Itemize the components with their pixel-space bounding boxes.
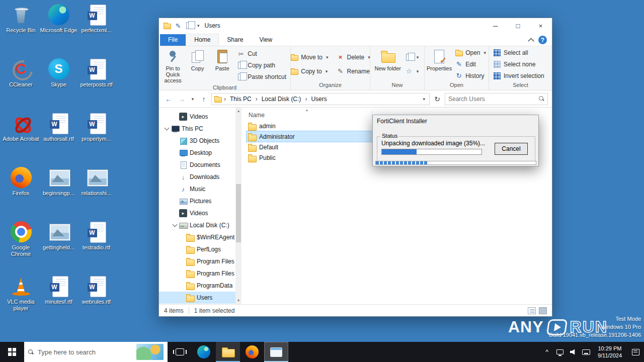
file-row-public[interactable]: Public xyxy=(247,152,372,163)
nav-item-videos[interactable]: Videos xyxy=(159,207,235,219)
new-folder-qat-icon[interactable] xyxy=(185,22,193,30)
taskbar-firefox-button[interactable] xyxy=(240,342,264,362)
collapse-ribbon-icon[interactable] xyxy=(528,38,534,44)
copy-button[interactable]: Copy xyxy=(186,47,209,83)
volume-tray-button[interactable] xyxy=(567,342,580,362)
nav-scrollbar[interactable]: ▴ ▾ xyxy=(235,108,242,304)
touch-keyboard-button[interactable] xyxy=(580,342,593,362)
taskbar-clock[interactable]: 10:29 PM 9/11/2024 xyxy=(593,342,627,362)
tab-share[interactable]: Share xyxy=(219,34,251,46)
new-item-button[interactable]: ▾ xyxy=(403,52,421,62)
select-none-button[interactable]: Select none xyxy=(491,59,546,69)
paste-shortcut-button[interactable]: Paste shortcut xyxy=(235,72,288,82)
rename-button[interactable]: ✎ Rename xyxy=(335,66,372,76)
expander-icon[interactable] xyxy=(165,126,170,131)
hidden-icons-chevron[interactable]: ^ xyxy=(540,342,553,362)
desktop-icon-skype[interactable]: Skype xyxy=(40,57,77,112)
desktop-icon-propertym[interactable]: propertym... xyxy=(77,112,115,166)
desktop-icon-authorsall-rtf[interactable]: authorsall.rtf xyxy=(40,112,77,166)
nav-item-videos[interactable]: Videos xyxy=(159,111,235,123)
recent-locations-icon[interactable]: ▾ xyxy=(189,94,196,105)
action-center-button[interactable] xyxy=(627,342,644,362)
refresh-button[interactable]: ↻ xyxy=(432,94,443,105)
file-row-default[interactable]: Default xyxy=(247,142,372,152)
cut-button[interactable]: ✂ Cut xyxy=(235,49,288,59)
search-highlight-graphic[interactable] xyxy=(136,344,164,360)
tab-home[interactable]: Home xyxy=(186,34,219,46)
file-row-administrator[interactable]: Administrator xyxy=(247,131,372,142)
desktop-icon-peterposts-rtf[interactable]: peterposts.rtf xyxy=(77,57,115,112)
nav-item-desktop[interactable]: Desktop xyxy=(159,147,235,159)
edit-button[interactable]: ✎ Edit xyxy=(453,59,488,69)
taskbar-installer-button[interactable] xyxy=(264,342,288,362)
start-button[interactable] xyxy=(0,342,24,362)
nav-item-local-disk-c[interactable]: Local Disk (C:) xyxy=(159,219,235,231)
history-button[interactable]: ↻ History xyxy=(453,71,488,81)
thumbnails-view-button[interactable] xyxy=(539,307,547,314)
tab-file[interactable]: File xyxy=(160,34,186,46)
maximize-button[interactable]: □ xyxy=(507,18,529,33)
desktop-icon-recycle-bin[interactable]: Recycle Bin xyxy=(2,3,40,57)
nav-item-pictures[interactable]: Pictures xyxy=(159,195,235,207)
desktop-icon-webrules-rtf[interactable]: webrules.rtf xyxy=(77,275,115,329)
desktop-icon-microsoft-edge[interactable]: Microsoft Edge xyxy=(40,3,77,57)
properties-button[interactable]: Properties xyxy=(427,47,452,81)
taskbar-edge-button[interactable] xyxy=(192,342,216,362)
desktop-icon-adobe-acrobat[interactable]: Adobe Acrobat xyxy=(2,112,40,166)
taskbar-explorer-button[interactable] xyxy=(216,342,240,362)
nav-item-music[interactable]: Music xyxy=(159,183,235,195)
search-input[interactable] xyxy=(448,96,539,103)
scrollbar-thumb[interactable] xyxy=(236,184,241,242)
nav-item-3d-objects[interactable]: 3D Objects xyxy=(159,135,235,147)
new-folder-button[interactable]: New folder xyxy=(374,47,402,81)
up-button[interactable]: ↑ xyxy=(198,94,209,105)
network-tray-button[interactable] xyxy=(553,342,567,362)
copy-path-button[interactable]: Copy path xyxy=(235,60,288,70)
invert-selection-button[interactable]: Invert selection xyxy=(491,71,546,81)
search-box[interactable] xyxy=(445,93,548,105)
desktop-icon-google-chrome[interactable]: Google Chrome xyxy=(2,220,40,275)
nav-item-perflogs[interactable]: PerfLogs xyxy=(159,243,235,255)
nav-item-users[interactable]: Users xyxy=(159,292,235,304)
nav-item-programdata[interactable]: ProgramData xyxy=(159,280,235,292)
delete-button[interactable]: × Delete ▾ xyxy=(335,52,372,62)
nav-item-winreagent[interactable]: $WinREAgent xyxy=(159,231,235,243)
back-button[interactable]: ← xyxy=(163,94,174,105)
cancel-button[interactable]: Cancel xyxy=(495,143,528,155)
paste-button[interactable]: Paste xyxy=(210,47,234,83)
desktop-icon-ccleaner[interactable]: CCleaner xyxy=(2,57,40,112)
open-button[interactable]: Open ▾ xyxy=(453,48,488,58)
address-bar[interactable]: › This PC › Local Disk (C:) › Users ▾ xyxy=(211,93,430,105)
expander-icon[interactable] xyxy=(173,222,178,227)
desktop-icon-perfectxml[interactable]: perfectxml... xyxy=(77,3,115,57)
details-view-button[interactable] xyxy=(528,307,536,314)
nav-item-this-pc[interactable]: This PC xyxy=(159,123,235,135)
nav-item-program-files[interactable]: Program Files xyxy=(159,255,235,267)
nav-item-program-files[interactable]: Program Files xyxy=(159,267,235,280)
minimize-button[interactable]: ─ xyxy=(484,18,507,33)
select-all-button[interactable]: Select all xyxy=(491,48,546,58)
desktop-icon-vlc-media-player[interactable]: VLC media player xyxy=(2,275,40,329)
breadcrumb-users[interactable]: Users xyxy=(309,95,329,104)
desktop-icon-beginningp[interactable]: beginningp... xyxy=(40,166,77,220)
task-view-button[interactable] xyxy=(168,342,192,362)
easy-access-button[interactable]: ☆ ▾ xyxy=(403,66,421,76)
forward-button[interactable]: → xyxy=(176,94,187,105)
desktop-icon-relationshi[interactable]: relationshi... xyxy=(77,166,115,220)
pin-to-quick-access-button[interactable]: Pin to Quick access xyxy=(161,47,185,83)
copy-to-button[interactable]: Copy to ▾ xyxy=(288,66,330,76)
close-button[interactable]: × xyxy=(529,18,552,33)
tab-view[interactable]: View xyxy=(251,34,280,46)
qat-dropdown-icon[interactable]: ▾ xyxy=(197,23,200,28)
taskbar-search-input[interactable] xyxy=(38,348,132,356)
nav-item-documents[interactable]: Documents xyxy=(159,159,235,171)
desktop-icon-gettingheld[interactable]: gettingheld... xyxy=(40,220,77,275)
desktop-icon-testradio-rtf[interactable]: testradio.rtf xyxy=(77,220,115,275)
address-dropdown-icon[interactable]: ▾ xyxy=(421,97,427,102)
taskbar-search[interactable] xyxy=(24,342,168,362)
nav-item-downloads[interactable]: Downloads xyxy=(159,171,235,183)
help-button[interactable]: ? xyxy=(538,36,547,44)
move-to-button[interactable]: Move to ▾ xyxy=(288,52,330,62)
breadcrumb-local-disk[interactable]: Local Disk (C:) xyxy=(260,95,303,104)
column-header-name[interactable]: Name xyxy=(247,110,372,121)
